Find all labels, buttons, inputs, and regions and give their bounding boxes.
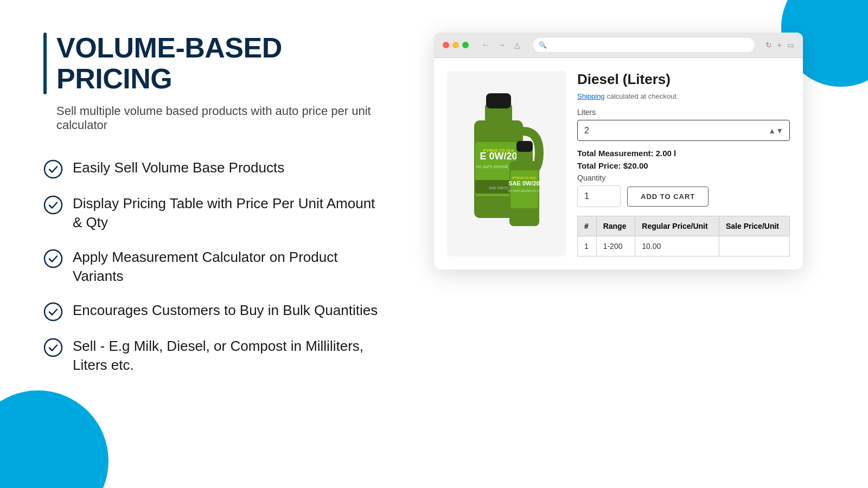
forward-button[interactable]: →	[496, 40, 508, 50]
pricing-table-cell: 1-200	[596, 236, 635, 256]
feature-item-5: Sell - E.g Milk, Diesel, or Compost in M…	[43, 337, 380, 375]
share-button[interactable]: ▭	[787, 41, 794, 49]
total-price-label: Total Price: $20.00	[577, 161, 790, 170]
product-details: Diesel (Liters) Shipping calculated at c…	[577, 71, 790, 256]
pricing-table-body: 11-20010.00	[578, 236, 790, 256]
home-button[interactable]: △	[512, 40, 522, 50]
subtitle: Sell multiple volume based products with…	[43, 104, 380, 132]
unit-select[interactable]: 2 1 5	[577, 120, 790, 141]
shipping-suffix: calculated at checkout.	[607, 92, 678, 100]
left-panel: VOLUME-BASED PRICING Sell multiple volum…	[43, 33, 412, 466]
svg-text:SAE 0W/20: SAE 0W/20	[508, 180, 539, 187]
browser-window: ← → △ 🔍 ↻ + ▭	[434, 33, 803, 269]
browser-actions: ↻ + ▭	[765, 41, 794, 49]
feature-text: Easily Sell Volume Base Products	[73, 158, 284, 177]
pricing-table-header-cell: Range	[596, 216, 635, 236]
svg-point-1	[44, 196, 62, 214]
check-circle-icon	[43, 338, 63, 357]
title-block: VOLUME-BASED PRICING	[43, 33, 380, 94]
quantity-input[interactable]	[577, 185, 621, 207]
svg-point-3	[44, 303, 62, 320]
quantity-label: Quantity	[577, 174, 790, 182]
refresh-button[interactable]: ↻	[765, 41, 772, 49]
svg-text:SAE 0W/20: SAE 0W/20	[489, 186, 508, 190]
shipping-text: Shipping calculated at checkout.	[577, 92, 790, 100]
feature-text: Sell - E.g Milk, Diesel, or Compost in M…	[73, 337, 380, 375]
pricing-header-row: #RangeRegular Price/UnitSale Price/Unit	[578, 216, 790, 236]
right-panel: ← → △ 🔍 ↻ + ▭	[412, 33, 825, 466]
feature-text: Apply Measurement Calculator on Product …	[73, 248, 380, 286]
browser-nav: ← → △	[480, 40, 522, 50]
total-measurement-label: Total Measurement: 2.00 l	[577, 149, 790, 158]
check-circle-icon	[43, 159, 63, 179]
svg-point-0	[44, 160, 62, 178]
svg-point-4	[44, 339, 62, 356]
product-image: PYRUS C5 VLV E 0W/20 HO SAPS ENGINE OIL …	[452, 82, 561, 245]
svg-text:E 0W/20: E 0W/20	[480, 151, 517, 162]
total-measurement: Total Measurement: 2.00 l	[577, 149, 790, 158]
product-title: Diesel (Liters)	[577, 71, 790, 88]
address-bar[interactable]: 🔍	[533, 38, 755, 52]
dot-yellow[interactable]	[452, 42, 459, 48]
feature-item-2: Display Pricing Table with Price Per Uni…	[43, 194, 380, 232]
check-circle-icon	[43, 302, 63, 322]
svg-rect-16	[516, 141, 533, 152]
unit-label: Liters	[577, 108, 790, 117]
pricing-table-header-cell: #	[578, 216, 597, 236]
svg-text:HO SAPS ENGINE OIL C5: HO SAPS ENGINE OIL C5	[508, 189, 540, 192]
total-price: Total Price: $20.00	[577, 161, 790, 170]
check-circle-icon	[43, 195, 63, 215]
new-tab-button[interactable]: +	[777, 41, 782, 49]
main-container: VOLUME-BASED PRICING Sell multiple volum…	[0, 0, 868, 488]
add-to-cart-button[interactable]: ADD TO CART	[627, 187, 709, 207]
qty-add-row: ADD TO CART	[577, 185, 790, 207]
title-border	[43, 33, 47, 94]
product-image-area: PYRUS C5 VLV E 0W/20 HO SAPS ENGINE OIL …	[447, 71, 566, 256]
feature-text: Display Pricing Table with Price Per Uni…	[73, 194, 380, 232]
svg-rect-7	[486, 93, 511, 108]
browser-dots	[443, 42, 469, 48]
pricing-table-header: #RangeRegular Price/UnitSale Price/Unit	[578, 216, 790, 236]
svg-text:PYRUS C5 VLV: PYRUS C5 VLV	[513, 176, 536, 179]
shipping-link[interactable]: Shipping	[577, 92, 605, 100]
pricing-table-header-cell: Regular Price/Unit	[635, 216, 719, 236]
pricing-table-header-cell: Sale Price/Unit	[719, 216, 789, 236]
features-list: Easily Sell Volume Base Products Display…	[43, 158, 380, 375]
svg-point-2	[44, 250, 62, 267]
back-button[interactable]: ←	[480, 40, 492, 50]
pricing-table-row: 11-20010.00	[578, 236, 790, 256]
feature-item-4: Encourages Customers to Buy in Bulk Quan…	[43, 301, 380, 322]
main-title: VOLUME-BASED PRICING	[56, 33, 380, 94]
browser-bar: ← → △ 🔍 ↻ + ▭	[434, 33, 803, 58]
pricing-table: #RangeRegular Price/UnitSale Price/Unit …	[577, 216, 790, 256]
feature-item-3: Apply Measurement Calculator on Product …	[43, 248, 380, 286]
feature-item-1: Easily Sell Volume Base Products	[43, 158, 380, 179]
select-wrapper: 2 1 5 ▲▼	[577, 120, 790, 141]
pricing-table-cell: 1	[578, 236, 597, 256]
pricing-table-cell: 10.00	[635, 236, 719, 256]
feature-text: Encourages Customers to Buy in Bulk Quan…	[73, 301, 378, 320]
product-content: PYRUS C5 VLV E 0W/20 HO SAPS ENGINE OIL …	[434, 58, 803, 269]
dot-red[interactable]	[443, 42, 449, 48]
check-circle-icon	[43, 249, 63, 268]
search-icon: 🔍	[539, 41, 547, 49]
dot-green[interactable]	[462, 42, 469, 48]
pricing-table-cell	[719, 236, 789, 256]
